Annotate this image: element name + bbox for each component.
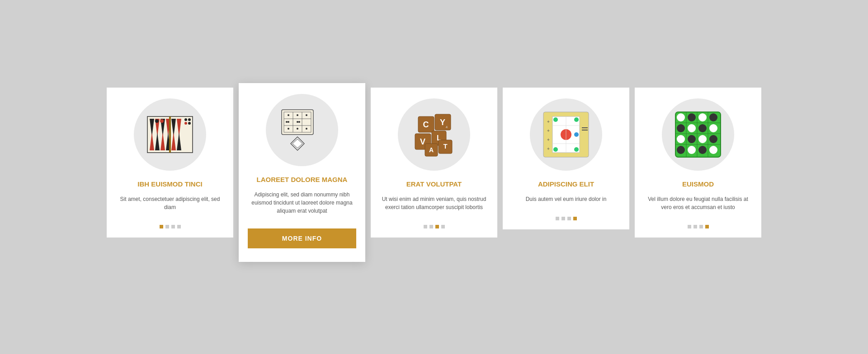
card-2-title: LAOREET DOLORE MAGNA	[257, 175, 348, 184]
svg-point-17	[184, 118, 187, 121]
svg-point-56	[574, 117, 579, 122]
svg-point-13	[150, 119, 154, 123]
card-3: C Y 4 V L T A ERAT VOLUTPAT Ut wi	[371, 88, 497, 238]
card-1-icon-circle	[134, 98, 206, 171]
backgammon-icon	[145, 112, 195, 157]
dot-active	[705, 225, 709, 228]
dot	[429, 225, 433, 228]
more-info-button[interactable]: MORE INFO	[248, 228, 356, 248]
svg-point-33	[306, 114, 307, 116]
svg-text:T: T	[443, 142, 447, 150]
svg-point-83	[709, 124, 717, 132]
svg-point-14	[155, 119, 159, 123]
svg-text:A: A	[429, 146, 434, 154]
card-1-title: IBH EUISMOD TINCI	[137, 180, 202, 189]
card-1: IBH EUISMOD TINCI Sit amet, consectetuer…	[107, 88, 233, 238]
dot	[688, 225, 691, 228]
svg-point-18	[188, 118, 191, 121]
svg-point-59	[574, 132, 579, 137]
card-3-desc: Ut wisi enim ad minim veniam, quis nostr…	[380, 195, 488, 211]
card-1-desc: Sit amet, consectetuer adipiscing elit, …	[116, 195, 224, 211]
svg-point-55	[553, 117, 558, 122]
card-5-title: EUISMOD	[682, 180, 714, 189]
svg-point-87	[709, 135, 717, 143]
dot-active	[573, 217, 577, 220]
card-5-dots	[688, 220, 709, 228]
card-3-title: ERAT VOLUTPAT	[406, 180, 462, 189]
card-5-icon-circle	[662, 98, 734, 171]
card-2-icon-circle	[266, 94, 338, 166]
svg-point-79	[709, 113, 717, 121]
card-4-desc: Duis autem vel eum iriure dolor in	[526, 195, 607, 203]
svg-point-80	[677, 124, 685, 132]
card-3-dots	[424, 220, 445, 228]
svg-point-84	[677, 135, 685, 143]
card-2: LAOREET DOLORE MAGNA Adipiscing elit, se…	[239, 83, 365, 262]
svg-point-15	[160, 119, 164, 123]
dot	[699, 225, 703, 228]
dot	[567, 217, 571, 220]
svg-point-82	[698, 124, 707, 132]
dot	[561, 217, 565, 220]
svg-point-86	[698, 135, 707, 143]
svg-point-88	[677, 146, 685, 154]
cards-dice-icon	[275, 103, 329, 157]
card-5: EUISMOD Vel illum dolore eu feugiat null…	[635, 88, 761, 238]
svg-point-76	[677, 113, 685, 121]
svg-point-57	[553, 147, 558, 152]
card-4: + + + + ADIPISCING ELIT Duis autem vel e…	[503, 88, 629, 229]
svg-text:4: 4	[446, 125, 448, 129]
scrabble-icon: C Y 4 V L T A	[407, 107, 461, 162]
dot	[556, 217, 559, 220]
svg-text:+: +	[547, 137, 550, 142]
dot	[177, 225, 181, 228]
svg-point-29	[288, 121, 289, 123]
svg-text:V: V	[420, 137, 425, 146]
svg-point-89	[688, 146, 696, 154]
svg-point-81	[688, 124, 696, 132]
dot	[171, 225, 175, 228]
board-game-icon: + + + +	[539, 107, 593, 162]
dot-active	[160, 225, 163, 228]
card-2-desc: Adipiscing elit, sed diam nonummy nibh e…	[248, 191, 356, 215]
card-4-dots	[556, 212, 577, 220]
svg-text:+: +	[547, 128, 550, 133]
dot	[424, 225, 427, 228]
svg-text:C: C	[423, 120, 429, 129]
svg-text:+: +	[547, 119, 550, 124]
reversi-icon	[673, 110, 723, 159]
svg-point-77	[688, 113, 696, 121]
svg-point-90	[698, 146, 707, 154]
svg-point-85	[688, 135, 696, 143]
svg-point-19	[184, 122, 187, 125]
svg-point-58	[574, 147, 579, 152]
svg-point-31	[297, 121, 298, 123]
svg-point-20	[188, 122, 191, 125]
svg-text:+: +	[547, 146, 550, 151]
svg-point-28	[297, 114, 298, 116]
svg-point-27	[288, 114, 289, 116]
svg-point-36	[288, 128, 289, 130]
svg-point-32	[298, 121, 300, 123]
card-4-title: ADIPISCING ELIT	[538, 180, 594, 189]
svg-point-34	[306, 128, 307, 130]
svg-point-78	[698, 113, 707, 121]
svg-rect-16	[169, 116, 171, 153]
dot	[441, 225, 445, 228]
svg-point-35	[297, 128, 298, 130]
svg-point-91	[709, 146, 717, 154]
svg-point-30	[286, 121, 288, 123]
card-5-desc: Vel illum dolore eu feugiat nulla facili…	[644, 195, 752, 211]
dot	[165, 225, 169, 228]
card-4-icon-circle: + + + +	[530, 98, 602, 171]
card-1-dots	[160, 220, 181, 228]
svg-text:Y: Y	[440, 118, 445, 127]
dot	[693, 225, 697, 228]
cards-container: IBH EUISMOD TINCI Sit amet, consectetuer…	[107, 88, 761, 266]
card-3-icon-circle: C Y 4 V L T A	[398, 98, 470, 171]
dot-active	[435, 225, 439, 228]
